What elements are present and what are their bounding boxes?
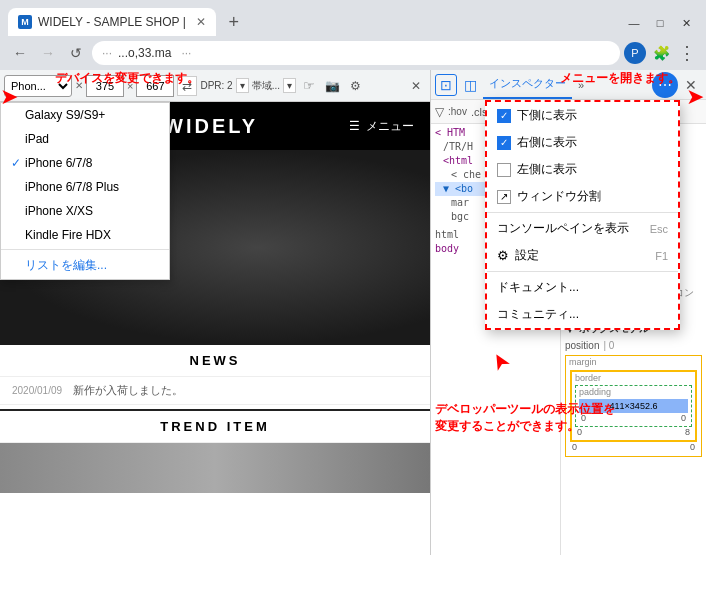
dropdown-item-galaxy[interactable]: Galaxy S9/S9+ [1,103,169,127]
browser-menu-button[interactable]: ⋮ [676,42,698,64]
trend-section: TREND ITEM [0,409,430,493]
ctx-right-item[interactable]: ✓ 右側に表示 [487,129,678,156]
dropdown-item-kindle[interactable]: Kindle Fire HDX [1,223,169,247]
settings-icon[interactable]: ⚙ [345,76,365,96]
position-row: position | 0 [565,338,702,353]
ctx-settings-gear-icon: ⚙ [497,248,509,263]
new-tab-button[interactable]: + [220,8,248,36]
trend-title: TREND ITEM [0,409,430,443]
ctx-settings-label: 設定 [515,247,539,264]
touch-icon[interactable]: ☞ [299,76,319,96]
annotation-menu: メニューを開きます。 [560,70,680,87]
browser-tab[interactable]: M WIDELY - SAMPLE SHOP | ✕ [8,8,216,36]
tab-title: WIDELY - SAMPLE SHOP | [38,15,186,29]
ctx-sep2 [487,271,678,272]
devtools-dom-icon[interactable]: ◫ [459,74,481,96]
ctx-bottom-checkbox: ✓ [497,109,511,123]
ctx-community-label: コミュニティ... [497,306,579,323]
news-text: 新作が入荷しました。 [73,384,183,396]
ctx-console-label: コンソールペインを表示 [497,220,629,237]
ctx-bottom-item[interactable]: ✓ 下側に表示 [487,102,678,129]
ctx-community-item[interactable]: コミュニティ... [487,301,678,328]
filter-icon[interactable]: ▽ [435,105,444,119]
toolbar-close-button[interactable]: ✕ [406,76,426,96]
address-text: ...o,33.ma [118,46,171,60]
nav-back-button[interactable]: ← [8,41,32,65]
webpage-panel: Phon... ✕ × ⇄ DPR: 2 ▾ 帯域... ▾ ☞ 📷 ⚙ ✕ 🛒… [0,70,430,555]
news-item: 2020/01/09 新作が入荷しました。 [0,377,430,405]
nav-forward-button[interactable]: → [36,41,60,65]
address-input[interactable]: ··· ...o,33.ma ··· [92,41,620,65]
dropdown-item-iphonexs[interactable]: iPhone X/XS [1,199,169,223]
ctx-docs-label: ドキュメント... [497,279,579,296]
ctx-left-item[interactable]: 左側に表示 [487,156,678,183]
devtools-panel: ⊡ ◫ インスペクター » ⋯ ✕ ▽ :hov .cls + 要素: < HT… [430,70,706,555]
ctx-split-label: ウィンドウ分割 [517,188,601,205]
news-title: NEWS [0,345,430,377]
bandwidth-label: 帯域... [252,79,280,93]
win-maximize-button[interactable]: □ [648,14,672,32]
address-dots: ··· [102,46,112,60]
device-dropdown: Galaxy S9/S9+ iPad ✓iPhone 6/7/8 iPhone … [0,102,170,280]
position-label: position [565,340,599,351]
devtools-select-icon[interactable]: ⊡ [435,74,457,96]
annotation-devtools-text: デベロッパーツールの表示位置を変更することができます。 [435,402,615,433]
ctx-right-checkbox: ✓ [497,136,511,150]
site-logo: WIDELY [164,115,258,138]
dpr-dropdown[interactable]: ▾ [236,78,249,93]
screenshot-icon[interactable]: 📷 [322,76,342,96]
ctx-split-checkbox: ↗ [497,190,511,204]
menu-button[interactable]: ☰ メニュー [349,118,414,135]
annotation-devtools-pos: デベロッパーツールの表示位置を変更することができます。 [435,401,615,435]
annotation-menu-text: メニューを開きます。 [560,71,680,85]
extensions-icon[interactable]: 🧩 [650,42,672,64]
dropdown-edit-list[interactable]: リストを編集... [1,252,169,279]
address-bar: ← → ↺ ··· ...o,33.ma ··· P 🧩 ⋮ [0,36,706,70]
menu-icon: ☰ [349,119,360,133]
dropdown-item-ipad[interactable]: iPad [1,127,169,151]
context-menu: ✓ 下側に表示 ✓ 右側に表示 左側に表示 ↗ ウィンドウ分割 コンソールペイン… [485,100,680,330]
news-section: NEWS 2020/01/09 新作が入荷しました。 [0,345,430,405]
ctx-left-checkbox [497,163,511,177]
ctx-sep1 [487,212,678,213]
ctx-console-item[interactable]: コンソールペインを表示 Esc [487,215,678,242]
trend-image-row [0,443,430,493]
profile-icon[interactable]: P [624,42,646,64]
ctx-left-label: 左側に表示 [517,161,577,178]
address-dots2: ··· [181,46,191,60]
win-close-button[interactable]: ✕ [674,14,698,32]
bandwidth-dropdown[interactable]: ▾ [283,78,296,93]
ctx-right-label: 右側に表示 [517,134,577,151]
dpr-label: DPR: 2 [200,80,232,91]
position-value: | 0 [603,340,614,351]
dropdown-item-iphone678[interactable]: ✓iPhone 6/7/8 [1,151,169,175]
menu-arrow: ➤ [686,84,704,110]
annotation-device-text: デバイスを変更できます。 [55,71,199,85]
annotation-device: デバイスを変更できます。 [55,70,199,87]
nav-reload-button[interactable]: ↺ [64,41,88,65]
content-value: 411×3452.6 [610,401,658,411]
news-date: 2020/01/09 [12,385,62,396]
tab-close-icon[interactable]: ✕ [196,15,206,29]
dropdown-separator [1,249,169,250]
ctx-split-item[interactable]: ↗ ウィンドウ分割 [487,183,678,210]
ctx-settings-item[interactable]: ⚙ 設定 F1 [487,242,678,269]
menu-label: メニュー [366,118,414,135]
dropdown-item-iphone678plus[interactable]: iPhone 6/7/8 Plus [1,175,169,199]
hov-label: :hov [448,106,467,117]
main-area: Phon... ✕ × ⇄ DPR: 2 ▾ 帯域... ▾ ☞ 📷 ⚙ ✕ 🛒… [0,70,706,555]
tab-favicon: M [18,15,32,29]
tab-bar: M WIDELY - SAMPLE SHOP | ✕ + — □ ✕ [0,0,706,36]
ctx-bottom-label: 下側に表示 [517,107,577,124]
win-minimize-button[interactable]: — [622,14,646,32]
ctx-settings-shortcut: F1 [655,250,668,262]
ctx-console-shortcut: Esc [650,223,668,235]
device-arrow: ➤ [0,84,18,110]
ctx-docs-item[interactable]: ドキュメント... [487,274,678,301]
devtools-inspector-tab[interactable]: インスペクター [483,71,572,99]
